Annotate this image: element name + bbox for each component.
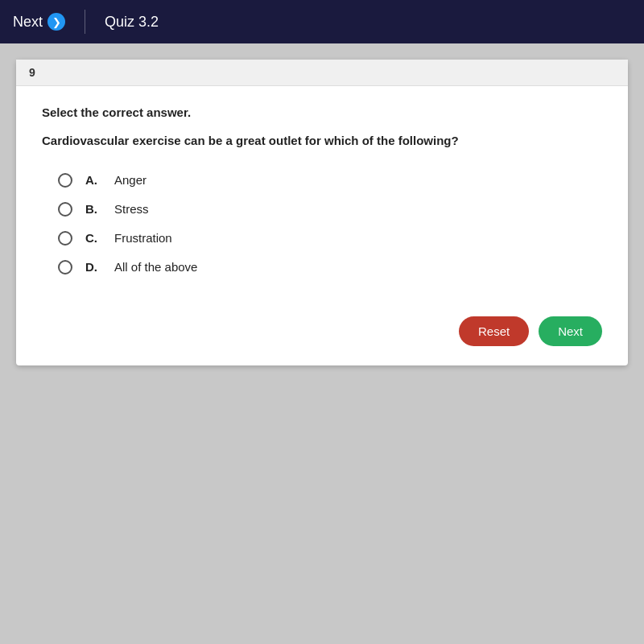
header-divider bbox=[85, 10, 85, 34]
option-d-letter: D. bbox=[85, 260, 101, 274]
option-a-text: Anger bbox=[114, 173, 147, 187]
option-d-text: All of the above bbox=[114, 260, 197, 274]
options-list: A. Anger B. Stress C. Frustration bbox=[42, 173, 602, 275]
next-label: Next bbox=[13, 14, 43, 31]
option-b-letter: B. bbox=[85, 202, 101, 216]
radio-d[interactable] bbox=[58, 260, 72, 275]
option-c-letter: C. bbox=[85, 231, 101, 245]
header-bar: Next ❯ Quiz 3.2 bbox=[0, 0, 644, 43]
question-number: 9 bbox=[29, 66, 35, 79]
next-button[interactable]: Next bbox=[539, 316, 602, 346]
quiz-title: Quiz 3.2 bbox=[105, 14, 159, 31]
question-text: Cardiovascular exercise can be a great o… bbox=[42, 132, 602, 151]
radio-b[interactable] bbox=[58, 202, 72, 217]
option-a[interactable]: A. Anger bbox=[58, 173, 602, 188]
question-number-bar: 9 bbox=[16, 60, 628, 86]
question-body: Select the correct answer. Cardiovascula… bbox=[16, 86, 628, 300]
next-circle-icon: ❯ bbox=[47, 13, 65, 31]
option-c-text: Frustration bbox=[114, 231, 172, 245]
option-b-text: Stress bbox=[114, 202, 149, 216]
radio-c[interactable] bbox=[58, 231, 72, 246]
header-next-button[interactable]: Next ❯ bbox=[13, 13, 65, 31]
option-c[interactable]: C. Frustration bbox=[58, 231, 602, 246]
option-b[interactable]: B. Stress bbox=[58, 202, 602, 217]
option-d[interactable]: D. All of the above bbox=[58, 260, 602, 275]
app-wrapper: Next ❯ Quiz 3.2 9 Select the correct ans… bbox=[0, 0, 644, 644]
option-a-letter: A. bbox=[85, 173, 101, 187]
quiz-card: 9 Select the correct answer. Cardiovascu… bbox=[16, 60, 628, 365]
radio-a[interactable] bbox=[58, 173, 72, 188]
reset-button[interactable]: Reset bbox=[459, 316, 529, 346]
main-content: 9 Select the correct answer. Cardiovascu… bbox=[0, 43, 644, 644]
buttons-row: Reset Next bbox=[16, 300, 628, 365]
instruction-text: Select the correct answer. bbox=[42, 105, 602, 119]
